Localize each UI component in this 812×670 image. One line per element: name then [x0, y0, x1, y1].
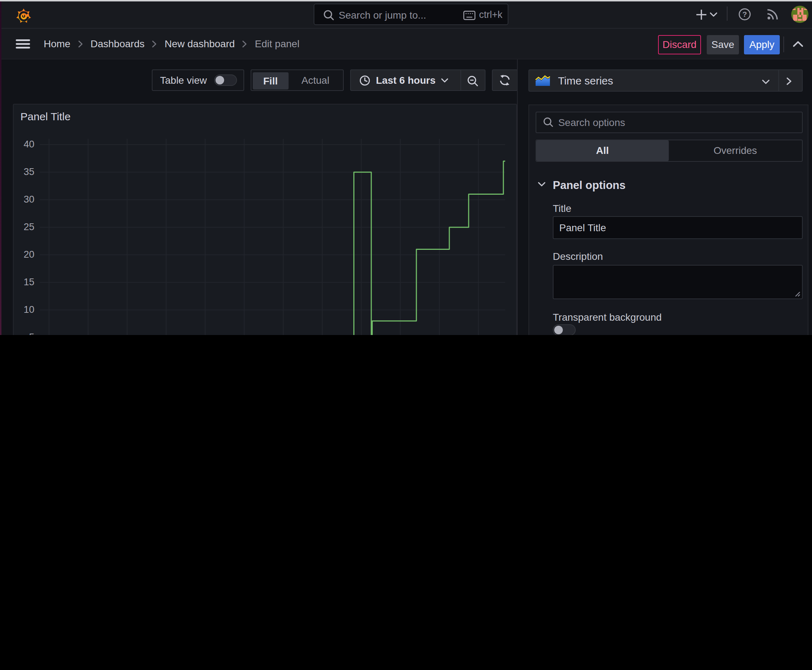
svg-text:5: 5 [29, 332, 34, 335]
svg-text:?: ? [742, 10, 747, 18]
svg-text:15: 15 [23, 277, 34, 288]
svg-text:35: 35 [23, 166, 34, 177]
svg-text:25: 25 [23, 222, 34, 232]
svg-text:10: 10 [23, 304, 34, 315]
svg-text:30: 30 [23, 194, 34, 205]
svg-text:20: 20 [23, 249, 34, 260]
svg-text:40: 40 [23, 139, 34, 150]
